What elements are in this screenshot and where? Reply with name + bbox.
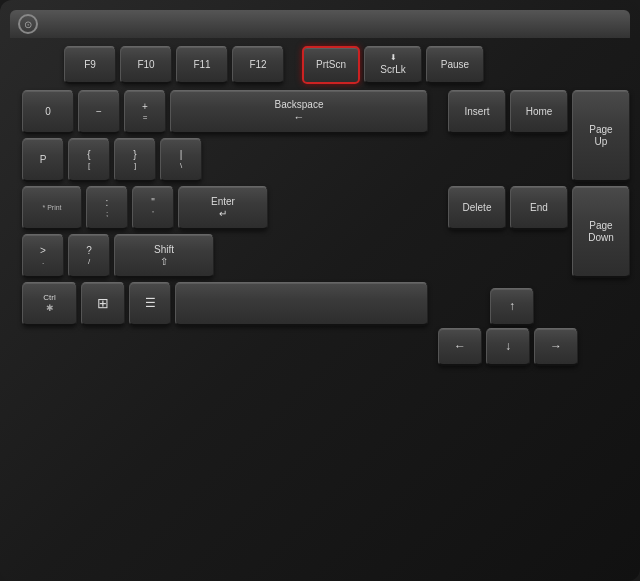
key-arrow-right[interactable]: → (534, 328, 578, 366)
nav-row-1: Insert Home PageUp (448, 90, 630, 182)
key-menu[interactable]: ☰ (129, 282, 171, 326)
keyboard-right: Insert Home PageUp Delete End PageDown ↑… (438, 90, 630, 366)
key-backspace[interactable]: Backspace← (170, 90, 428, 134)
number-row: 0 − += Backspace← (10, 90, 428, 134)
key-arrow-down[interactable]: ↓ (486, 328, 530, 366)
key-caps-lock[interactable]: * Print (22, 186, 82, 230)
key-f9[interactable]: F9 (64, 46, 116, 84)
keyboard: ⊙ F9 F10 F11 F12 PrtScn ⬇ ScrLk Pause (0, 0, 640, 581)
key-pagedown[interactable]: PageDown (572, 186, 630, 278)
key-home[interactable]: Home (510, 90, 568, 134)
key-f10[interactable]: F10 (120, 46, 172, 84)
key-lbrace[interactable]: {[ (68, 138, 110, 182)
key-semicolon[interactable]: :; (86, 186, 128, 230)
key-f12[interactable]: F12 (232, 46, 284, 84)
keyboard-top-bar: ⊙ (10, 10, 630, 38)
keyboard-left: 0 − += Backspace← P {[ }] (10, 90, 428, 366)
key-pipe[interactable]: |\ (160, 138, 202, 182)
p-row: P {[ }] |\ (10, 138, 428, 182)
key-minus[interactable]: − (78, 90, 120, 134)
key-p[interactable]: P (22, 138, 64, 182)
keyboard-logo: ⊙ (18, 14, 38, 34)
ctrl-row: Ctrl✱ ⊞ ☰ (10, 282, 428, 326)
key-equals[interactable]: += (124, 90, 166, 134)
key-ctrl-left[interactable]: Ctrl✱ (22, 282, 77, 326)
key-arrow-up[interactable]: ↑ (490, 288, 534, 326)
arrow-row-up: ↑ (438, 288, 630, 326)
arrow-cluster: ↑ ← ↓ → (438, 288, 630, 366)
key-scrlk[interactable]: ⬇ ScrLk (364, 46, 422, 84)
key-insert[interactable]: Insert (448, 90, 506, 134)
key-end[interactable]: End (510, 186, 568, 230)
key-enter[interactable]: Enter↵ (178, 186, 268, 230)
arrow-row-bottom: ← ↓ → (438, 328, 630, 366)
nav-cluster: Insert Home PageUp Delete End PageDown (448, 90, 630, 278)
key-quote[interactable]: "' (132, 186, 174, 230)
key-space[interactable] (175, 282, 428, 326)
keyboard-main-area: 0 − += Backspace← P {[ }] (10, 90, 630, 366)
key-0[interactable]: 0 (22, 90, 74, 134)
function-key-row: F9 F10 F11 F12 PrtScn ⬇ ScrLk Pause (10, 46, 630, 84)
nav-row-2: Delete End PageDown (448, 186, 630, 278)
key-prtscn[interactable]: PrtScn (302, 46, 360, 84)
key-pause[interactable]: Pause (426, 46, 484, 84)
key-win[interactable]: ⊞ (81, 282, 125, 326)
key-shift-right[interactable]: Shift⇧ (114, 234, 214, 278)
key-f11[interactable]: F11 (176, 46, 228, 84)
semicolon-row: * Print :; "' Enter↵ (10, 186, 428, 230)
key-arrow-left[interactable]: ← (438, 328, 482, 366)
key-rbrace[interactable]: }] (114, 138, 156, 182)
key-question[interactable]: ?/ (68, 234, 110, 278)
key-delete[interactable]: Delete (448, 186, 506, 230)
shift-row: >. ?/ Shift⇧ (10, 234, 428, 278)
key-pageup[interactable]: PageUp (572, 90, 630, 182)
key-gt[interactable]: >. (22, 234, 64, 278)
